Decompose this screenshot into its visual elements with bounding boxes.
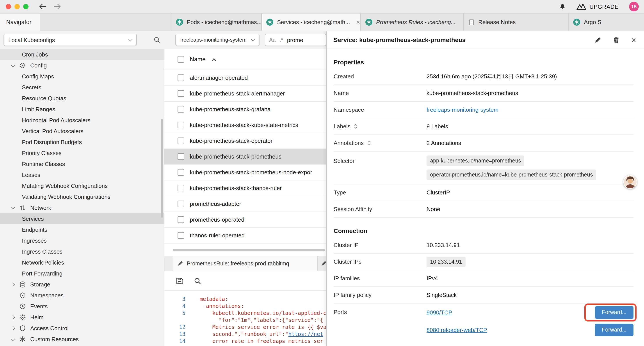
row-checkbox[interactable] xyxy=(178,169,184,176)
sidebar-item-custom-resources[interactable]: Custom Resources xyxy=(0,334,164,345)
sidebar-item-namespaces[interactable]: Namespaces xyxy=(0,290,164,301)
port-link[interactable]: 9090/TCP xyxy=(426,309,452,316)
dock-tab-partial[interactable] xyxy=(318,256,326,271)
sidebar-item-limit-ranges[interactable]: Limit Ranges xyxy=(0,104,164,115)
sidebar-item-helm[interactable]: Helm xyxy=(0,312,164,323)
match-case-toggle[interactable]: Aa xyxy=(269,37,276,43)
row-checkbox[interactable] xyxy=(178,185,184,191)
table-row[interactable]: prometheus-operated xyxy=(164,212,326,228)
sidebar-item-network[interactable]: Network xyxy=(0,202,164,213)
chevron-down-icon[interactable] xyxy=(10,65,15,66)
table-search-input[interactable]: Aa .* prome xyxy=(265,34,326,46)
tab-release-notes[interactable]: Release Notes xyxy=(464,13,568,31)
trash-icon[interactable] xyxy=(613,36,620,43)
minimize-window-button[interactable] xyxy=(14,4,20,9)
sidebar-scrollbar[interactable] xyxy=(161,119,163,218)
sidebar-item-port-forwarding[interactable]: Port Forwarding xyxy=(0,268,164,279)
row-checkbox[interactable] xyxy=(178,74,184,81)
back-arrow-icon[interactable] xyxy=(39,3,46,10)
regex-toggle[interactable]: .* xyxy=(280,37,283,43)
sidebar-item-config-maps[interactable]: Config Maps xyxy=(0,71,164,82)
table-row[interactable]: alertmanager-operated xyxy=(164,70,326,86)
sidebar-item-cron-jobs[interactable]: Cron Jobs xyxy=(0,49,164,60)
chevron-right-icon[interactable] xyxy=(10,283,15,286)
sidebar-item-definitions[interactable]: Definitions xyxy=(0,345,164,346)
table-row[interactable]: thanos-ruler-operated xyxy=(164,228,326,244)
expand-collapse-icon[interactable] xyxy=(367,140,371,146)
sidebar-item-leases[interactable]: Leases xyxy=(0,169,164,180)
table-row[interactable]: kube-prometheus-stack-grafana xyxy=(164,102,326,117)
sidebar-item-events[interactable]: Events xyxy=(0,301,164,312)
sidebar-item-config[interactable]: Config xyxy=(0,60,164,71)
row-checkbox[interactable] xyxy=(178,153,184,160)
yaml-editor[interactable]: 3 metadata: 4 annotations: 5 kubectl.kub… xyxy=(164,291,326,346)
close-tab-icon[interactable]: × xyxy=(354,19,360,25)
chevron-right-icon[interactable] xyxy=(10,316,15,319)
navigator-panel-tab[interactable]: Navigator xyxy=(0,13,40,31)
notifications-bell-icon[interactable] xyxy=(559,3,566,10)
save-icon[interactable] xyxy=(176,277,183,285)
dock-tab-prometheusrule[interactable]: PrometheusRule: freeleaps-prod-rabbitmq xyxy=(173,256,318,271)
port-link[interactable]: 8080:reloader-web/TCP xyxy=(426,327,487,333)
table-row[interactable]: kube-prometheus-stack-thanos-ruler xyxy=(164,180,326,196)
sidebar-item-vertical-pod-autoscalers[interactable]: Vertical Pod Autoscalers xyxy=(0,126,164,137)
sidebar-item-mutating-webhook-configurations[interactable]: Mutating Webhook Configurations xyxy=(0,180,164,191)
sidebar-item-horizontal-pod-autoscalers[interactable]: Horizontal Pod Autoscalers xyxy=(0,115,164,126)
namespace-link[interactable]: freeleaps-monitoring-system xyxy=(426,106,498,113)
forward-port-button[interactable]: Forward... xyxy=(595,306,634,319)
sidebar-item-network-policies[interactable]: Network Policies xyxy=(0,257,164,268)
edit-pencil-icon[interactable] xyxy=(594,36,601,43)
row-checkbox[interactable] xyxy=(178,90,184,97)
tab-argo[interactable]: Argo S xyxy=(568,13,644,31)
upgrade-button[interactable]: UPGRADE xyxy=(576,3,618,10)
row-checkbox[interactable] xyxy=(178,216,184,223)
chevron-down-icon[interactable] xyxy=(10,338,15,340)
tab-services[interactable]: Services - icecheng@math... × xyxy=(261,13,360,31)
horizontal-scrollbar[interactable] xyxy=(173,249,325,251)
row-checkbox[interactable] xyxy=(178,122,184,128)
sidebar-item-storage[interactable]: Storage xyxy=(0,279,164,290)
user-avatar[interactable] xyxy=(624,175,637,189)
row-checkbox[interactable] xyxy=(178,201,184,207)
runbook-url-link[interactable]: https://net xyxy=(288,331,323,337)
sidebar-item-endpoints[interactable]: Endpoints xyxy=(0,224,164,235)
row-checkbox[interactable] xyxy=(178,137,184,144)
sidebar-item-ingress-classes[interactable]: Ingress Classes xyxy=(0,246,164,257)
sidebar-item-runtime-classes[interactable]: Runtime Classes xyxy=(0,159,164,169)
table-row[interactable]: kube-prometheus-stack-alertmanager xyxy=(164,86,326,102)
sidebar-item-priority-classes[interactable]: Priority Classes xyxy=(0,148,164,159)
tab-pods[interactable]: Pods - icecheng@mathmas... xyxy=(171,13,261,31)
editor-search-icon[interactable] xyxy=(194,277,201,285)
tab-prometheus-rules[interactable]: Prometheus Rules - icecheng... xyxy=(360,13,464,31)
row-checkbox[interactable] xyxy=(178,106,184,113)
sidebar-item-resource-quotas[interactable]: Resource Quotas xyxy=(0,93,164,104)
sidebar-item-validating-webhook-configurations[interactable]: Validating Webhook Configurations xyxy=(0,191,164,202)
select-all-checkbox[interactable] xyxy=(178,56,184,63)
sidebar-item-secrets[interactable]: Secrets xyxy=(0,82,164,93)
namespace-selector[interactable]: freeleaps-monitoring-system xyxy=(175,34,260,46)
close-window-button[interactable] xyxy=(6,4,11,9)
sort-ascending-icon[interactable] xyxy=(211,58,216,61)
row-checkbox[interactable] xyxy=(178,232,184,239)
sidebar-item-label: Config xyxy=(30,62,47,69)
table-row[interactable]: kube-prometheus-stack-operator xyxy=(164,133,326,149)
sidebar-item-services[interactable]: Services xyxy=(0,213,164,224)
sidebar-item-ingresses[interactable]: Ingresses xyxy=(0,235,164,246)
table-row[interactable]: prometheus-adapter xyxy=(164,196,326,212)
notification-count-badge[interactable]: 15 xyxy=(629,2,639,11)
close-panel-icon[interactable]: × xyxy=(631,36,636,44)
sidebar-item-access-control[interactable]: Access Control xyxy=(0,323,164,334)
maximize-window-button[interactable] xyxy=(23,4,28,9)
kubeconfig-selector[interactable]: Local Kubeconfigs xyxy=(4,34,137,46)
sidebar-search-icon[interactable] xyxy=(154,36,160,43)
expand-collapse-icon[interactable] xyxy=(354,123,358,129)
table-row[interactable]: kube-prometheus-stack-prometheus-node-ex… xyxy=(164,165,326,180)
chevron-down-icon[interactable] xyxy=(10,207,15,209)
forward-arrow-icon[interactable] xyxy=(54,3,61,10)
table-row-selected[interactable]: kube-prometheus-stack-prometheus xyxy=(164,149,326,165)
name-column-header[interactable]: Name xyxy=(190,56,206,63)
sidebar-item-pod-disruption-budgets[interactable]: Pod Disruption Budgets xyxy=(0,137,164,148)
chevron-right-icon[interactable] xyxy=(10,327,15,330)
table-row[interactable]: kube-prometheus-stack-kube-state-metrics xyxy=(164,117,326,133)
forward-port-button[interactable]: Forward... xyxy=(595,324,634,336)
